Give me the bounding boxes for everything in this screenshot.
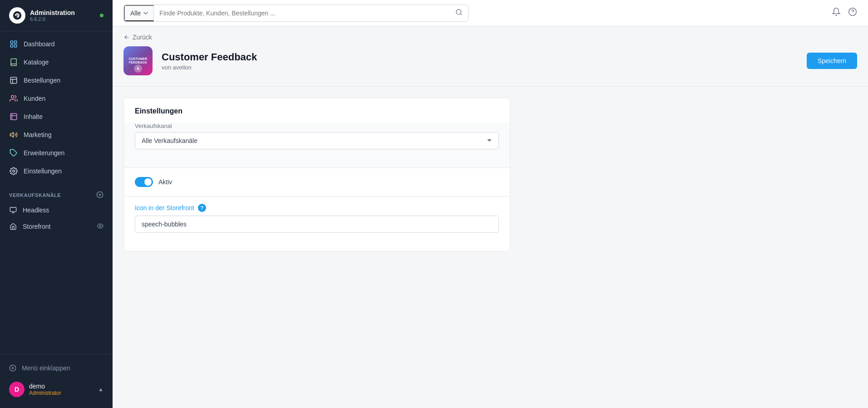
sidebar-item-inhalte-label: Inhalte	[24, 113, 43, 120]
sidebar-item-bestellungen[interactable]: Bestellungen	[0, 71, 113, 89]
verkaufskanal-select[interactable]: Alle VerkaufskanäleHeadlessStorefront	[135, 132, 499, 149]
main-nav: Dashboard Kataloge Bestellungen Kunden I…	[0, 31, 113, 184]
svg-rect-5	[15, 45, 17, 47]
page-content: Zurück CUSTOMER FEEDBACK 6 Customer Feed…	[113, 26, 868, 408]
logo-text: Administration 6.6.2.0	[30, 9, 75, 22]
user-role: Administrator	[29, 390, 61, 396]
topbar: Alle	[113, 0, 868, 26]
help-icon[interactable]	[848, 7, 857, 19]
sidebar-item-inhalte[interactable]: Inhalte	[0, 108, 113, 126]
user-section[interactable]: D demo Administrator ▲	[0, 376, 113, 403]
sidebar-item-erweiterungen-label: Erweiterungen	[24, 149, 64, 157]
extensions-icon	[9, 148, 18, 157]
marketing-icon	[9, 130, 18, 139]
sidebar-item-erweiterungen[interactable]: Erweiterungen	[0, 144, 113, 162]
sidebar: Administration 6.6.2.0 Dashboard Katalog…	[0, 0, 113, 408]
sidebar-item-dashboard[interactable]: Dashboard	[0, 35, 113, 53]
sidebar-item-headless-label: Headless	[23, 206, 49, 214]
back-label: Zurück	[133, 34, 152, 41]
page-title: Customer Feedback	[162, 51, 257, 63]
add-verkaufskanal-button[interactable]	[96, 191, 104, 199]
svg-point-22	[456, 10, 461, 15]
svg-point-11	[13, 170, 15, 172]
svg-rect-3	[15, 41, 17, 43]
online-status-indicator	[100, 14, 104, 17]
collapse-menu-button[interactable]: Menü einklappen	[0, 360, 113, 376]
main-content: Alle Zurück CUSTOM	[113, 0, 868, 408]
back-navigation[interactable]: Zurück	[113, 26, 868, 46]
icon-field-input[interactable]	[135, 216, 499, 233]
active-toggle-label: Aktiv	[158, 178, 172, 186]
verkaufskanal-section: Verkaufskanal Alle VerkaufskanäleHeadles…	[124, 123, 510, 167]
svg-point-7	[11, 95, 14, 98]
sidebar-item-bestellungen-label: Bestellungen	[24, 77, 60, 84]
plugin-icon-text-line1: CUSTOMER FEEDBACK	[128, 57, 147, 64]
page-header-info: Customer Feedback von avellon	[162, 51, 257, 71]
content-icon	[9, 112, 18, 121]
catalog-icon	[9, 58, 18, 67]
icon-help-button[interactable]: ?	[198, 204, 206, 212]
sidebar-item-marketing-label: Marketing	[24, 131, 51, 138]
active-toggle[interactable]	[135, 177, 153, 187]
sidebar-item-storefront[interactable]: Storefront	[0, 218, 113, 235]
avatar: D	[9, 382, 25, 397]
orders-icon	[9, 76, 18, 85]
settings-card: Einstellungen Verkaufskanal Alle Verkauf…	[123, 98, 510, 251]
storefront-visibility-icon[interactable]	[97, 223, 104, 231]
search-submit-icon[interactable]	[450, 5, 468, 21]
svg-rect-8	[10, 113, 17, 120]
verkaufskanaele-section-header: Verkaufskanäle	[0, 184, 113, 202]
icon-field-section: Icon in der Storefront ?	[124, 197, 510, 251]
sidebar-item-dashboard-label: Dashboard	[24, 40, 55, 48]
page-subtitle: von avellon	[162, 64, 257, 71]
sidebar-item-kunden[interactable]: Kunden	[0, 89, 113, 108]
user-info: demo Administrator	[29, 383, 61, 396]
user-menu-chevron-icon: ▲	[98, 386, 104, 393]
user-name: demo	[29, 383, 61, 390]
sidebar-item-einstellungen-label: Einstellungen	[24, 167, 62, 175]
search-input[interactable]	[154, 6, 450, 20]
page-header-actions: Speichern	[807, 53, 857, 69]
verkaufskanal-label: Verkaufskanal	[135, 123, 499, 129]
icon-field-label: Icon in der Storefront	[135, 204, 194, 211]
settings-icon	[9, 167, 18, 176]
icon-field-label-row: Icon in der Storefront ?	[135, 204, 499, 212]
topbar-actions	[832, 7, 857, 19]
verkaufskanal-field: Verkaufskanal Alle VerkaufskanäleHeadles…	[135, 123, 499, 149]
search-filter-dropdown[interactable]: Alle	[124, 5, 154, 21]
svg-rect-6	[10, 77, 17, 84]
logo-version: 6.6.2.0	[30, 16, 75, 22]
logo-icon	[9, 7, 25, 24]
svg-line-23	[460, 14, 462, 15]
customers-icon	[9, 94, 18, 103]
settings-container: Einstellungen Verkaufskanal Alle Verkauf…	[113, 87, 521, 270]
page-header: CUSTOMER FEEDBACK 6 Customer Feedback vo…	[113, 46, 868, 87]
sidebar-item-headless[interactable]: Headless	[0, 202, 113, 218]
svg-rect-15	[10, 207, 16, 211]
svg-point-18	[99, 225, 101, 227]
svg-point-1	[17, 15, 18, 16]
sidebar-footer: Menü einklappen D demo Administrator ▲	[0, 354, 113, 408]
settings-card-title: Einstellungen	[124, 98, 510, 123]
sidebar-item-kunden-label: Kunden	[24, 95, 45, 102]
svg-rect-4	[10, 45, 13, 47]
logo-title: Administration	[30, 9, 75, 16]
save-button[interactable]: Speichern	[807, 53, 857, 69]
sidebar-item-einstellungen[interactable]: Einstellungen	[0, 162, 113, 180]
storefront-icon	[9, 222, 17, 231]
sidebar-item-kataloge-label: Kataloge	[24, 59, 49, 66]
sidebar-item-storefront-label: Storefront	[23, 223, 50, 230]
verkaufskanaele-label: Verkaufskanäle	[9, 192, 61, 198]
svg-point-24	[849, 8, 857, 16]
notifications-icon[interactable]	[832, 7, 841, 19]
sidebar-logo: Administration 6.6.2.0	[0, 0, 113, 31]
dashboard-icon	[9, 39, 18, 49]
sidebar-item-kataloge[interactable]: Kataloge	[0, 53, 113, 71]
plugin-icon: CUSTOMER FEEDBACK 6	[123, 46, 153, 75]
user-initial: D	[15, 386, 19, 393]
plugin-icon-badge: 6	[134, 64, 142, 73]
headless-icon	[9, 206, 17, 214]
sidebar-item-marketing[interactable]: Marketing	[0, 126, 113, 144]
svg-rect-2	[10, 41, 13, 43]
svg-marker-9	[10, 133, 14, 138]
